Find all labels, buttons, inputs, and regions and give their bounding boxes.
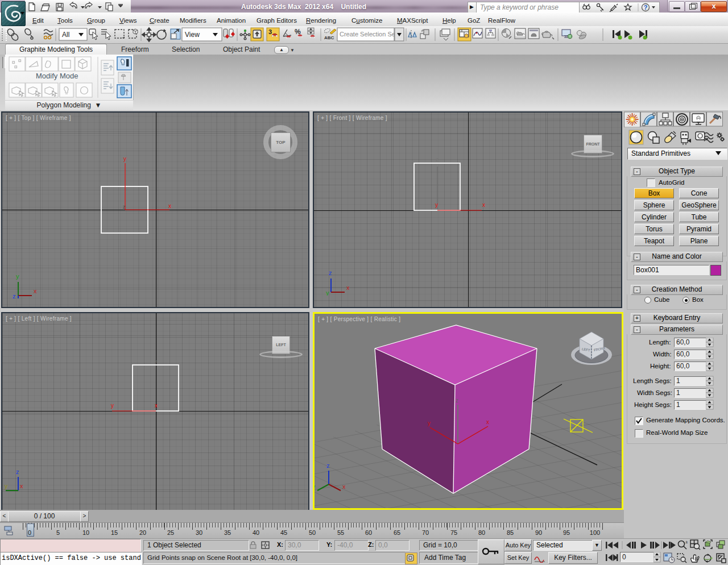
svg-text:y: y bbox=[16, 273, 19, 280]
svg-text:Modify Mode: Modify Mode bbox=[36, 72, 78, 80]
svg-text:View: View bbox=[185, 31, 200, 39]
svg-text:All: All bbox=[62, 31, 69, 39]
svg-text:z: z bbox=[13, 293, 16, 299]
svg-text:x: x bbox=[20, 483, 23, 489]
svg-text:z: z bbox=[16, 468, 19, 475]
svg-text:x: x bbox=[168, 203, 171, 209]
svg-text:z: z bbox=[155, 359, 158, 364]
svg-text:±: ± bbox=[685, 539, 688, 545]
svg-text:y: y bbox=[326, 289, 329, 296]
svg-text:x: x bbox=[486, 419, 489, 425]
svg-text:y: y bbox=[435, 202, 438, 208]
svg-text:y: y bbox=[111, 402, 114, 409]
svg-text:y: y bbox=[428, 420, 431, 426]
svg-text:z: z bbox=[329, 269, 332, 276]
svg-text:Create Selection Se: Create Selection Se bbox=[340, 31, 395, 38]
svg-text:z: z bbox=[123, 204, 126, 210]
svg-text:ABC: ABC bbox=[324, 35, 334, 40]
svg-text:y: y bbox=[315, 483, 316, 490]
svg-text:x: x bbox=[342, 483, 346, 490]
svg-text:y: y bbox=[5, 483, 8, 489]
svg-text:x: x bbox=[346, 284, 350, 291]
svg-text:x: x bbox=[155, 402, 158, 409]
svg-text:x: x bbox=[34, 288, 37, 294]
svg-text:z: z bbox=[456, 397, 458, 404]
svg-text:3: 3 bbox=[268, 28, 272, 35]
svg-text:y: y bbox=[123, 156, 126, 162]
svg-text:x: x bbox=[482, 202, 485, 208]
svg-text:?: ? bbox=[644, 4, 648, 11]
svg-text:z: z bbox=[436, 156, 439, 163]
svg-text:z: z bbox=[326, 462, 330, 469]
